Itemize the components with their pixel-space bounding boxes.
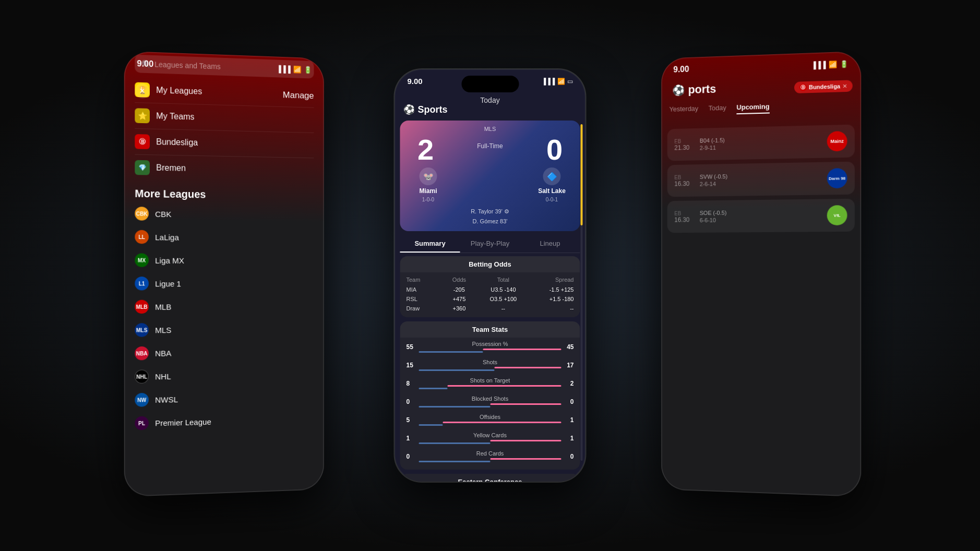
left-status-icons: ▐▐▐ 📶 🔋 [277,65,312,74]
league-mls[interactable]: MLS MLS [124,317,324,342]
match3-time: EB 16.30 [674,210,695,223]
yellow-bar-right [419,442,491,444]
nhl-icon: NHL [135,369,149,384]
right-app-title: ⚽ ports [672,82,716,97]
shots-right-val: 17 [561,362,574,369]
match1-team-logo: Mainz [827,131,847,151]
right-phone: 9.00 ▐▐▐ 📶 🔋 ⚽ ports Ⓑ Bundesliga ✕ [661,51,861,497]
shots-label: Shots [483,359,497,365]
red-bar-wrap: Red Cards [419,450,561,462]
home-team-name: Miami [419,187,437,195]
league-laliga[interactable]: LL LaLiga [124,225,324,249]
left-close-button[interactable]: ✕ [135,83,150,99]
right-status-icons: ▐▐▐ 📶 🔋 [811,59,848,69]
right-time: 9.00 [673,65,689,75]
shots-left-val: 15 [407,362,419,369]
right-tab-today[interactable]: Today [709,104,726,115]
match3-team-logo: VfL [827,205,847,225]
match1-time-val: 21.30 [674,143,695,151]
red-right-val: 0 [561,453,574,460]
nwsl-label: NWSL [155,394,178,404]
match-tabs: Summary Play-By-Play Lineup [400,235,580,253]
yellow-right-val: 1 [561,435,574,442]
right-battery-icon: 🔋 [840,59,848,68]
teams-row: 🐭 Miami 1-0-0 🔷 Salt Lake 0-0-1 [408,167,573,202]
league-cbk[interactable]: CBK CBK [124,202,324,227]
mls-label: MLS [155,325,171,334]
scrollbar-thumb [581,124,583,225]
league-nba[interactable]: NBA NBA [124,340,324,365]
match3-info: SOE (-0.5) 6-6-10 [700,209,822,223]
tab-play-by-play[interactable]: Play-By-Play [460,235,520,253]
right-signal-icon: ▐▐▐ [811,61,826,69]
bremen-label: Bremen [156,163,186,173]
yellow-bar-wrap: Yellow Cards [419,432,561,444]
eastern-conference-title: Eastern Conference [400,474,580,482]
red-bar-left [490,458,561,460]
stat-shots: 15 Shots 17 [400,356,580,374]
score-middle: Full-Time [444,142,536,157]
eastern-conference-card: Eastern Conference Team P W T L GD PTS [400,474,580,482]
bundesliga-badge-label: Bundesliga [809,83,840,90]
league-premier[interactable]: PL Premier League [124,408,324,435]
league-nhl[interactable]: NHL NHL [124,362,324,389]
right-match-2[interactable]: EB 16.30 SVW (-0.5) 2-6-14 Darm 98 [667,162,855,197]
offsides-bars [419,422,561,426]
cbk-label: CBK [155,209,171,218]
betting-odds-title: Betting Odds [400,256,580,272]
league-ligue1[interactable]: L1 Ligue 1 [124,272,324,295]
center-app-title-row: ⚽ Sports [403,104,448,115]
possession-bars [419,349,561,353]
wifi-icon: 📶 [293,65,302,73]
stat-blocked-shots: 0 Blocked Shots 0 [400,392,580,411]
right-tab-yesterday[interactable]: Yesterday [670,104,699,116]
center-scrollable[interactable]: MLS 2 Full-Time 0 🐭 Mia [395,121,585,482]
bremen-item[interactable]: 💎 Bremen [135,155,314,183]
offsides-bar-right [419,424,443,426]
center-battery-icon: ▭ [567,78,573,85]
team-stats-card: Team Stats 55 Possession % 45 [400,321,580,470]
score-card: MLS 2 Full-Time 0 🐭 Mia [400,121,580,231]
shots-target-bar-right [419,388,448,389]
shots-bar-left [494,367,561,368]
center-phone-frame: 9.00 ▐▐▐ 📶 ▭ Today ⚽ Sports MLS [395,69,585,482]
mlb-icon: MLB [135,300,149,314]
odds-row-draw: Draw +360 -- -- [407,304,574,313]
more-leagues-title: More Leagues [124,180,324,204]
tab-summary[interactable]: Summary [400,235,460,253]
left-manage-button[interactable]: Manage [283,90,314,101]
mls-icon: MLS [135,323,149,337]
red-label: Red Cards [476,450,504,457]
bundesliga-item[interactable]: Ⓑ Bundesliga [135,129,314,159]
match2-team-logo: Darm 98 [827,168,847,188]
right-tab-upcoming[interactable]: Upcoming [736,102,769,114]
right-app-icon: ⚽ [672,85,685,96]
offsides-bar-left [443,422,561,423]
right-status-bar: 9.00 ▐▐▐ 📶 🔋 [661,58,861,75]
league-ligamx[interactable]: MX Liga MX [124,248,324,272]
center-app-name: Sports [418,104,448,115]
possession-bar-left [483,349,561,350]
offsides-left-val: 5 [407,416,419,424]
tab-lineup[interactable]: Lineup [520,235,580,253]
shots-bar-right [419,369,495,371]
yellow-left-val: 1 [407,435,419,442]
right-match-1[interactable]: EB 21.30 B04 (-1.5) 2-9-11 Mainz [667,124,855,161]
right-tabs: Yesterday Today Upcoming [661,98,861,118]
mlb-label: MLB [155,302,171,311]
away-score: 0 [536,135,573,164]
blocked-bars [419,403,561,408]
match-league: MLS [408,126,573,132]
blocked-bar-left [490,403,561,405]
bundesliga-badge[interactable]: Ⓑ Bundesliga ✕ [794,80,853,93]
blocked-bar-wrap: Blocked Shots [419,396,561,408]
nhl-label: NHL [155,372,171,381]
odds-table: Team Odds Total Spread MIA -205 U3.5 -14… [400,272,580,317]
league-mlb[interactable]: MLB MLB [124,294,324,318]
nba-icon: NBA [135,346,149,361]
possession-right-val: 45 [561,343,574,351]
score-row: 2 Full-Time 0 [408,135,573,164]
right-match-3[interactable]: EB 16.30 SOE (-0.5) 6-6-10 VfL [667,199,855,233]
left-phone: 9.00 ▐▐▐ 📶 🔋 ✕ Manage 🔍 Leagues and Team… [124,51,324,497]
center-time: 9.00 [408,77,423,86]
